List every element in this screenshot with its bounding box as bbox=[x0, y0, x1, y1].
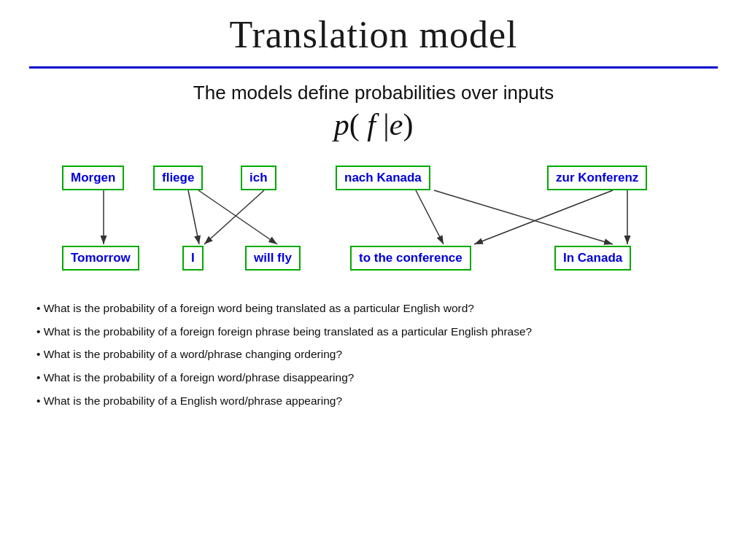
slide-title: Translation model bbox=[29, 13, 718, 56]
box-fliege: fliege bbox=[153, 166, 203, 190]
bullets-area: • What is the probability of a foreign w… bbox=[29, 300, 718, 408]
box-to-conference: to the conference bbox=[350, 246, 471, 271]
bullet-2: • What is the probability of a foreign f… bbox=[36, 324, 718, 340]
slide: Translation model The models define prob… bbox=[0, 0, 747, 560]
svg-line-4 bbox=[204, 190, 264, 244]
formula: p( f |e) bbox=[29, 107, 718, 142]
svg-line-2 bbox=[188, 190, 199, 244]
title-area: Translation model bbox=[29, 0, 718, 62]
box-tomorrow: Tomorrow bbox=[62, 246, 139, 271]
box-ich: ich bbox=[241, 166, 276, 190]
box-morgen: Morgen bbox=[62, 166, 124, 190]
box-zur: zur Konferenz bbox=[547, 166, 647, 190]
box-i: I bbox=[182, 246, 204, 271]
diagram-area: Morgen fliege ich nach Kanada zur Konfer… bbox=[29, 158, 718, 293]
svg-line-3 bbox=[198, 190, 277, 244]
svg-line-5 bbox=[416, 190, 444, 244]
bullet-1: • What is the probability of a foreign w… bbox=[36, 300, 718, 316]
box-in-canada: In Canada bbox=[554, 246, 631, 271]
box-nach: nach Kanada bbox=[336, 166, 430, 190]
subtitle: The models define probabilities over inp… bbox=[29, 82, 718, 104]
svg-line-7 bbox=[474, 190, 613, 244]
box-will-fly: will fly bbox=[245, 246, 301, 271]
bullet-4: • What is the probability of a foreign w… bbox=[36, 370, 718, 386]
svg-line-6 bbox=[434, 190, 613, 244]
bullet-3: • What is the probability of a word/phra… bbox=[36, 346, 718, 362]
title-divider bbox=[29, 66, 718, 69]
bullet-5: • What is the probability of a English w… bbox=[36, 393, 718, 409]
